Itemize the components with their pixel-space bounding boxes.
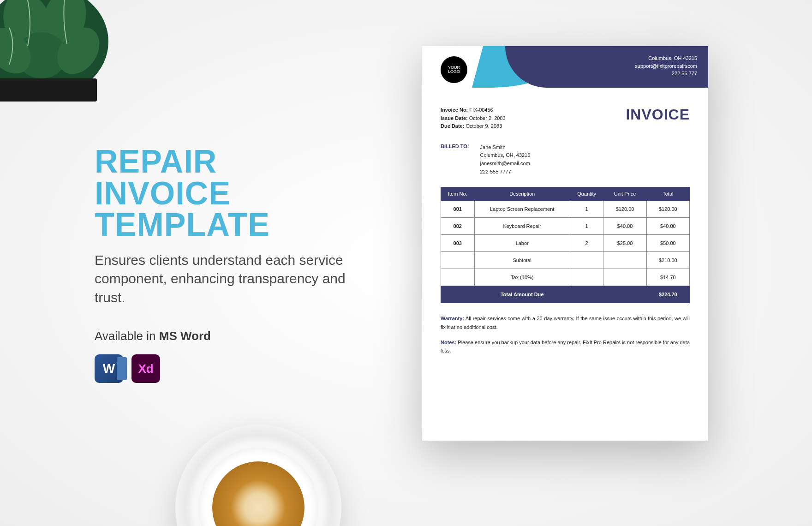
tax-row: Tax (10%) $14.70 bbox=[441, 269, 690, 286]
total-due-label: Total Amount Due bbox=[474, 286, 570, 303]
col-price: Unit Price bbox=[603, 187, 646, 201]
item-desc: Keyboard Repair bbox=[474, 218, 570, 235]
item-no: 001 bbox=[441, 201, 475, 218]
item-total: $40.00 bbox=[646, 218, 689, 235]
item-qty: 2 bbox=[570, 235, 603, 252]
item-desc: Laptop Screen Replacement bbox=[474, 201, 570, 218]
due-date-label: Due Date: bbox=[441, 123, 464, 129]
col-total: Total bbox=[646, 187, 689, 201]
tax-label: Tax (10%) bbox=[474, 269, 570, 286]
invoice-no: FIX-00456 bbox=[469, 107, 493, 113]
ms-word-icon bbox=[95, 354, 123, 383]
promo-block: REPAIR INVOICE TEMPLATE Ensures clients … bbox=[95, 146, 376, 383]
warranty-text: All repair services come with a 30-day w… bbox=[441, 316, 690, 330]
availability-app: MS Word bbox=[159, 329, 211, 343]
template-subtitle: Ensures clients understand each service … bbox=[95, 251, 376, 307]
invoice-footer-notes: Warranty: All repair services come with … bbox=[441, 314, 690, 355]
item-price: $25.00 bbox=[603, 235, 646, 252]
client-phone: 222 555 7777 bbox=[480, 168, 531, 176]
plant-decoration bbox=[0, 0, 129, 111]
title-line-2: INVOICE bbox=[95, 178, 376, 209]
total-due-row: Total Amount Due $224.70 bbox=[441, 286, 690, 303]
template-title: REPAIR INVOICE TEMPLATE bbox=[95, 146, 376, 241]
invoice-table: Item No. Description Quantity Unit Price… bbox=[441, 187, 690, 303]
subtotal-value: $210.00 bbox=[646, 252, 689, 269]
notes-text: Please ensure you backup your data befor… bbox=[441, 340, 690, 354]
invoice-no-label: Invoice No: bbox=[441, 107, 468, 113]
logo-badge: YOUR LOGO bbox=[441, 56, 467, 83]
client-address: Columbus, OH, 43215 bbox=[480, 151, 531, 160]
logo-text-2: LOGO bbox=[448, 70, 460, 74]
item-no: 003 bbox=[441, 235, 475, 252]
invoice-meta: Invoice No: FIX-00456 Issue Date: Octobe… bbox=[441, 106, 506, 131]
issue-date-label: Issue Date: bbox=[441, 115, 468, 121]
app-icons-row bbox=[95, 354, 376, 383]
table-row: 003 Labor 2 $25.00 $50.00 bbox=[441, 235, 690, 252]
invoice-header: YOUR LOGO Columbus, OH 43215 support@fix… bbox=[422, 46, 708, 102]
table-row: 001 Laptop Screen Replacement 1 $120.00 … bbox=[441, 201, 690, 218]
adobe-xd-icon bbox=[131, 354, 160, 383]
availability-text: Available in MS Word bbox=[95, 329, 376, 343]
title-line-3: TEMPLATE bbox=[95, 209, 376, 241]
subtotal-label: Subtotal bbox=[474, 252, 570, 269]
billed-to-details: Jane Smith Columbus, OH, 43215 janesmith… bbox=[480, 143, 531, 176]
company-contact: Columbus, OH 43215 support@fixitprorepai… bbox=[635, 54, 697, 78]
item-price: $120.00 bbox=[603, 201, 646, 218]
client-name: Jane Smith bbox=[480, 143, 531, 152]
invoice-document: YOUR LOGO Columbus, OH 43215 support@fix… bbox=[422, 46, 708, 441]
item-price: $40.00 bbox=[603, 218, 646, 235]
table-row: 002 Keyboard Repair 1 $40.00 $40.00 bbox=[441, 218, 690, 235]
col-desc: Description bbox=[474, 187, 570, 201]
coffee-cup-decoration bbox=[175, 424, 341, 526]
title-line-1: REPAIR bbox=[95, 146, 376, 178]
col-qty: Quantity bbox=[570, 187, 603, 201]
col-item: Item No. bbox=[441, 187, 475, 201]
notes-label: Notes: bbox=[441, 340, 456, 345]
contact-email: support@fixitprorepairscom bbox=[635, 62, 697, 70]
item-no: 002 bbox=[441, 218, 475, 235]
warranty-label: Warranty: bbox=[441, 316, 464, 321]
subtotal-row: Subtotal $210.00 bbox=[441, 252, 690, 269]
item-total: $50.00 bbox=[646, 235, 689, 252]
issue-date: October 2, 2083 bbox=[469, 115, 506, 121]
billed-to-label: BILLED TO: bbox=[441, 143, 469, 176]
item-total: $120.00 bbox=[646, 201, 689, 218]
item-qty: 1 bbox=[570, 201, 603, 218]
availability-prefix: Available in bbox=[95, 329, 159, 343]
invoice-title: INVOICE bbox=[626, 106, 690, 123]
tax-value: $14.70 bbox=[646, 269, 689, 286]
client-email: janesmith@email.com bbox=[480, 160, 531, 168]
contact-location: Columbus, OH 43215 bbox=[635, 54, 697, 62]
item-desc: Labor bbox=[474, 235, 570, 252]
table-header-row: Item No. Description Quantity Unit Price… bbox=[441, 187, 690, 201]
total-due-value: $224.70 bbox=[646, 286, 689, 303]
svg-rect-6 bbox=[0, 78, 97, 102]
contact-phone: 222 55 777 bbox=[635, 70, 697, 78]
item-qty: 1 bbox=[570, 218, 603, 235]
due-date: October 9, 2083 bbox=[466, 123, 502, 129]
